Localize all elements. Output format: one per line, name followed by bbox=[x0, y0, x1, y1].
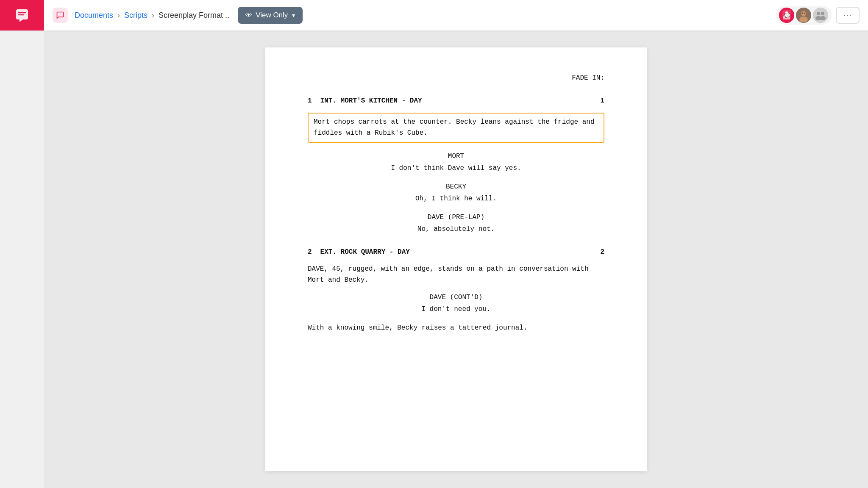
topbar: Documents › Scripts › Screenplay Format … bbox=[0, 0, 868, 30]
svg-point-10 bbox=[804, 13, 806, 14]
scene-1-number-left: 1 bbox=[308, 96, 312, 106]
scene-1-character-becky: BECKY bbox=[308, 182, 604, 192]
breadcrumb-scripts[interactable]: Scripts bbox=[124, 11, 147, 20]
scene-1-dialogue-dave: No, absolutely not. bbox=[308, 224, 604, 234]
scene-2-number-left: 2 bbox=[308, 247, 312, 257]
view-only-label: View Only bbox=[256, 11, 288, 19]
scene-1-block: 1 INT. MORT'S KITCHEN - DAY 1 Mort chops… bbox=[308, 96, 604, 234]
avatar-group: 💬 bbox=[776, 6, 832, 25]
svg-point-9 bbox=[802, 13, 803, 14]
scene-1-heading: INT. MORT'S KITCHEN - DAY bbox=[320, 96, 592, 106]
breadcrumb-current: Screenplay Format .. bbox=[159, 11, 229, 20]
scene-1-heading-row: 1 INT. MORT'S KITCHEN - DAY 1 bbox=[308, 96, 604, 106]
avatar-user1: 💬 bbox=[779, 8, 794, 23]
doc-icon bbox=[53, 8, 68, 23]
svg-point-15 bbox=[820, 16, 826, 20]
scene-1-action-highlighted: Mort chops carrots at the counter. Becky… bbox=[308, 113, 604, 143]
scene-1-dialogue-mort: I don't think Dave will say yes. bbox=[308, 163, 604, 173]
breadcrumb-sep-2: › bbox=[152, 11, 154, 20]
svg-point-7 bbox=[801, 11, 806, 16]
scene-1-dialogue-becky: Oh, I think he will. bbox=[308, 194, 604, 204]
scene-2-heading-row: 2 EXT. ROCK QUARRY - DAY 2 bbox=[308, 247, 604, 257]
scene-1-number-right: 1 bbox=[600, 96, 604, 106]
svg-point-8 bbox=[799, 17, 808, 22]
svg-point-13 bbox=[821, 12, 824, 15]
scene-2-number-right: 2 bbox=[600, 247, 604, 257]
svg-point-11 bbox=[813, 8, 828, 23]
breadcrumb-documents[interactable]: Documents bbox=[75, 11, 113, 20]
breadcrumb-sep-1: › bbox=[117, 11, 120, 20]
scene-2-block: 2 EXT. ROCK QUARRY - DAY 2 DAVE, 45, rug… bbox=[308, 247, 604, 334]
app-logo[interactable] bbox=[0, 0, 44, 30]
breadcrumb: Documents › Scripts › Screenplay Format … bbox=[53, 8, 229, 23]
screenplay: FADE IN: 1 INT. MORT'S KITCHEN - DAY 1 M… bbox=[308, 73, 604, 334]
eye-icon: 👁 bbox=[245, 11, 252, 19]
more-options-button[interactable]: ··· bbox=[836, 7, 860, 24]
topbar-right: 💬 bbox=[776, 6, 860, 25]
scene-2-action2: With a knowing smile, Becky raises a tat… bbox=[308, 323, 604, 334]
view-only-button[interactable]: 👁 View Only ▾ bbox=[238, 7, 303, 24]
svg-point-12 bbox=[817, 12, 820, 15]
topbar-left: Documents › Scripts › Screenplay Format … bbox=[44, 7, 776, 24]
scene-1-character-dave: DAVE (PRE-LAP) bbox=[308, 212, 604, 222]
document-page: FADE IN: 1 INT. MORT'S KITCHEN - DAY 1 M… bbox=[265, 47, 647, 471]
scene-2-dialogue-dave: I don't need you. bbox=[308, 304, 604, 314]
svg-text:💬: 💬 bbox=[785, 12, 790, 18]
scene-2-heading: EXT. ROCK QUARRY - DAY bbox=[320, 247, 592, 257]
avatar-user2 bbox=[796, 8, 811, 23]
avatar-people-icon bbox=[813, 8, 828, 23]
scene-2-action: DAVE, 45, rugged, with an edge, stands o… bbox=[308, 264, 604, 286]
fade-in: FADE IN: bbox=[308, 73, 604, 83]
scene-1-character-mort: MORT bbox=[308, 151, 604, 161]
chevron-down-icon: ▾ bbox=[292, 12, 295, 19]
sidebar bbox=[0, 30, 44, 488]
scene-2-character-dave: DAVE (CONT'D) bbox=[308, 292, 604, 302]
content-area: FADE IN: 1 INT. MORT'S KITCHEN - DAY 1 M… bbox=[44, 30, 868, 488]
main-wrapper: FADE IN: 1 INT. MORT'S KITCHEN - DAY 1 M… bbox=[0, 30, 868, 488]
